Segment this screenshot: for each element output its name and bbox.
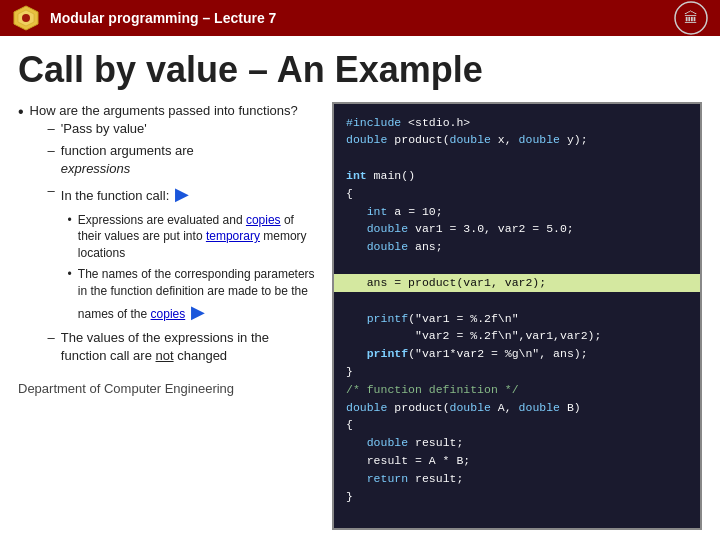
- header-bar: Modular programming – Lecture 7 🏛: [0, 0, 720, 36]
- code-line-8: printf("var1 = %.2f\n": [346, 310, 688, 328]
- code-line-3: int main(): [346, 167, 688, 185]
- dash-icon-2: –: [48, 142, 55, 178]
- dept-label: Department of Computer Engineering: [18, 381, 318, 396]
- code-line-4: {: [346, 185, 688, 203]
- code-line-14: {: [346, 416, 688, 434]
- bullet-small-icon-2: •: [68, 266, 72, 325]
- code-line-13: double product(double A, double B): [346, 399, 688, 417]
- sub-sub-text-1: Expressions are evaluated and copies of …: [78, 212, 318, 262]
- sub-item-2: – function arguments are expressions: [48, 142, 318, 178]
- left-column: • How are the arguments passed into func…: [18, 102, 318, 530]
- code-line-10: printf("var1*var2 = %g\n", ans);: [346, 345, 688, 363]
- copies-link-1: copies: [246, 213, 281, 227]
- code-line-15: double result;: [346, 434, 688, 452]
- sub-item-3: – In the function call: ▶: [48, 182, 318, 207]
- code-line-blank-3: [346, 292, 688, 310]
- dash-icon-4: –: [48, 329, 55, 365]
- code-line-blank-1: [346, 149, 688, 167]
- code-line-highlight: ans = product(var1, var2);: [334, 274, 700, 292]
- arrow-icon-2: ▶: [191, 300, 205, 325]
- bullet-main-text: How are the arguments passed into functi…: [30, 103, 298, 118]
- code-line-blank-2: [346, 256, 688, 274]
- page-title: Call by value – An Example: [18, 50, 702, 90]
- sub-items: – 'Pass by value' – function arguments a…: [48, 120, 318, 365]
- sub-sub-items: • Expressions are evaluated and copies o…: [68, 212, 318, 325]
- main-content: Call by value – An Example • How are the…: [0, 36, 720, 540]
- code-line-2: double product(double x, double y);: [346, 131, 688, 149]
- header-logo-icon: [12, 4, 40, 32]
- content-row: • How are the arguments passed into func…: [18, 102, 702, 530]
- sub-item-4-text: The values of the expressions in the fun…: [61, 329, 318, 365]
- sub-item-1-text: 'Pass by value': [61, 120, 147, 138]
- code-line-16: result = A * B;: [346, 452, 688, 470]
- svg-text:🏛: 🏛: [684, 10, 698, 26]
- arrow-icon: ▶: [175, 182, 189, 207]
- bullet-item-1: • How are the arguments passed into func…: [18, 102, 318, 371]
- code-line-7: double ans;: [346, 238, 688, 256]
- svg-point-2: [22, 14, 30, 22]
- sub-sub-item-2: • The names of the corresponding paramet…: [68, 266, 318, 325]
- sub-item-1: – 'Pass by value': [48, 120, 318, 138]
- sub-sub-text-2: The names of the corresponding parameter…: [78, 266, 318, 325]
- header-left: Modular programming – Lecture 7: [12, 4, 276, 32]
- bullet-icon: •: [18, 102, 24, 371]
- code-panel: #include <stdio.h> double product(double…: [332, 102, 702, 530]
- code-line-17: return result;: [346, 470, 688, 488]
- code-line-9: "var2 = %.2f\n",var1,var2);: [346, 327, 688, 345]
- sub-item-3-label: In the function call: ▶: [61, 182, 189, 207]
- sub-item-2-text: function arguments are expressions: [61, 142, 194, 178]
- dash-icon-3: –: [48, 182, 55, 207]
- header-title: Modular programming – Lecture 7: [50, 10, 276, 26]
- code-line-18: }: [346, 488, 688, 506]
- code-line-6: double var1 = 3.0, var2 = 5.0;: [346, 220, 688, 238]
- dash-icon: –: [48, 120, 55, 138]
- code-line-12: /* function definition */: [346, 381, 688, 399]
- code-line-1: #include <stdio.h>: [346, 114, 688, 132]
- sub-item-4: – The values of the expressions in the f…: [48, 329, 318, 365]
- sub-sub-item-1: • Expressions are evaluated and copies o…: [68, 212, 318, 262]
- copies-link-2: copies: [151, 307, 186, 321]
- code-line-5: int a = 10;: [346, 203, 688, 221]
- university-logo-icon: 🏛: [674, 1, 708, 35]
- code-line-11: }: [346, 363, 688, 381]
- bullet-small-icon: •: [68, 212, 72, 262]
- temporary-link: temporary: [206, 229, 260, 243]
